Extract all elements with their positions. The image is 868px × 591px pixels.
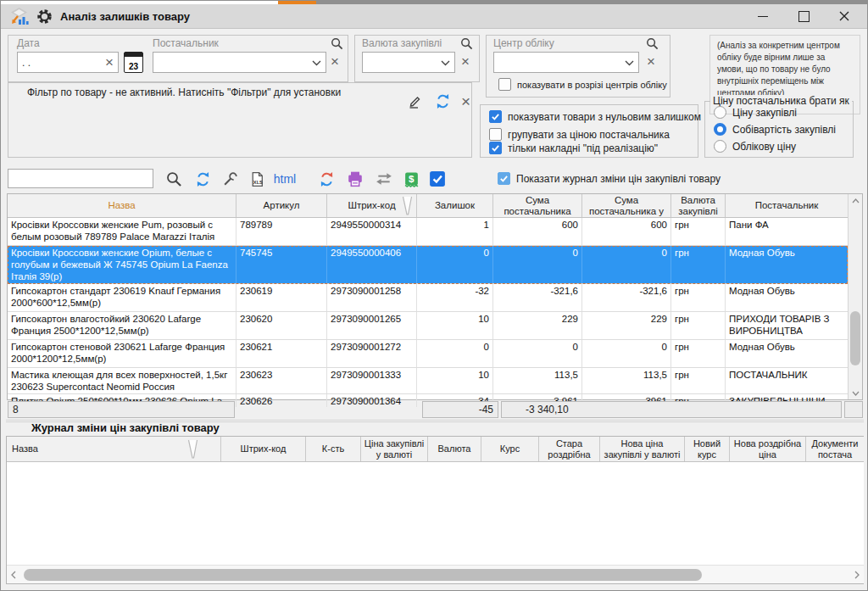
journal-column-purchase-price[interactable]: Ціна закупівлі у валюті: [361, 437, 428, 461]
center-groupbox: Центр обліку × показувати в розрізі цент…: [486, 35, 670, 98]
show-journal-checkbox[interactable]: Показати журнал зміни цін закупівлі това…: [498, 172, 721, 185]
select-check-icon[interactable]: [427, 169, 448, 189]
scrollbar-thumb[interactable]: [24, 569, 702, 581]
chevron-down-icon[interactable]: [312, 57, 321, 69]
currency-clear-icon[interactable]: ×: [461, 54, 470, 69]
radio-button-selected[interactable]: [714, 123, 726, 136]
supplier-clear-icon[interactable]: ×: [331, 54, 339, 69]
checkbox-consignment-only[interactable]: тільки накладні "під реалізацію": [489, 142, 658, 154]
journal-column-rate[interactable]: Курс: [481, 437, 539, 461]
cell-sku: 230619: [236, 284, 327, 311]
chevron-down-icon[interactable]: [625, 57, 634, 69]
journal-column-new-rate[interactable]: Новий курс: [685, 437, 730, 461]
cell-barcode: 2973090001272: [327, 340, 417, 367]
column-header-supplier-sum[interactable]: Сума постачальника: [493, 194, 582, 217]
table-row[interactable]: Мастика клеющая для всех поверхностей, 1…: [8, 368, 848, 394]
scroll-left-icon[interactable]: [7, 566, 20, 583]
export-xls-icon[interactable]: XLS: [247, 169, 267, 189]
sort-funnel-icon: [402, 196, 413, 216]
settings-wrench-icon[interactable]: [220, 169, 240, 189]
table-row-selected[interactable]: Кросівки Кроссовки женские Opium, белые …: [8, 246, 848, 284]
checkbox-box-checked[interactable]: [498, 172, 510, 185]
price-receipt-icon[interactable]: $: [401, 169, 421, 189]
checkbox-zero-stock[interactable]: показувати товари з нульовим залишком: [489, 110, 701, 123]
radio-accounting-price[interactable]: Облікову ціну: [714, 140, 796, 153]
scrollbar-thumb[interactable]: [850, 311, 860, 365]
date-value: . .: [22, 57, 31, 69]
chevron-down-icon[interactable]: [441, 57, 450, 69]
gear-icon[interactable]: [36, 8, 53, 25]
currency-combobox[interactable]: [362, 52, 455, 73]
column-header-barcode[interactable]: Штрих-код: [327, 194, 417, 217]
journal-table: Назва Штрих-код К-сть Ціна закупівлі у в…: [6, 436, 864, 584]
journal-column-name[interactable]: Назва: [7, 437, 221, 461]
checkbox-box[interactable]: [489, 128, 502, 141]
search-input[interactable]: [8, 169, 153, 188]
checkbox-box-checked[interactable]: [489, 110, 502, 123]
filter-funnel-icon: [187, 439, 198, 460]
export-html-icon[interactable]: html: [270, 169, 299, 189]
cell-name: Гипсокартон стеновой 230621 Lafarge Фран…: [8, 340, 236, 367]
center-clear-icon[interactable]: ×: [647, 54, 655, 69]
date-input[interactable]: . . ×: [17, 52, 119, 73]
cell-name: Мастика клеющая для всех поверхностей, 1…: [8, 368, 236, 393]
table-row[interactable]: Гипсокартон стеновой 230621 Lafarge Фран…: [8, 340, 848, 368]
stock-table-header: Назва Артикул Штрих-код Залишок Сума пос…: [8, 194, 848, 218]
scroll-up-icon[interactable]: [849, 194, 862, 207]
radio-cost-price[interactable]: Собівартість закупівлі: [714, 123, 836, 136]
print-icon[interactable]: [345, 169, 365, 189]
supplier-combobox[interactable]: [153, 52, 326, 73]
journal-column-new-purchase-price[interactable]: Нова ціна закупівлі у валюті: [600, 437, 685, 461]
journal-column-qty[interactable]: К-сть: [306, 437, 361, 461]
vertical-scrollbar[interactable]: [848, 194, 862, 399]
search-icon[interactable]: [164, 169, 184, 189]
checkbox-group-by-price[interactable]: групувати за ціною постачальника: [489, 128, 670, 141]
edit-filter-pencil-icon[interactable]: [407, 93, 423, 109]
refresh-icon[interactable]: [192, 169, 213, 189]
refresh-filter-icon[interactable]: [435, 93, 451, 109]
cell-sum-currency: 0: [582, 246, 671, 283]
table-row[interactable]: Гипсокартон стандарт 230619 Knauf Герман…: [8, 284, 848, 312]
minimize-button[interactable]: [757, 10, 769, 22]
center-breakdown-checkbox[interactable]: показувати в розрізі центрів обліку: [498, 78, 667, 91]
cell-sum: 113,5: [493, 368, 582, 393]
checkbox-box-checked[interactable]: [489, 142, 502, 154]
clear-filter-icon[interactable]: ×: [461, 93, 470, 109]
table-row[interactable]: Кросівки Кроссовки женские Pum, розовый …: [8, 218, 848, 246]
column-header-name[interactable]: Назва: [8, 194, 236, 217]
center-search-icon[interactable]: [646, 37, 659, 50]
maximize-button[interactable]: [798, 10, 810, 22]
journal-column-barcode[interactable]: Штрих-код: [221, 437, 306, 461]
table-row[interactable]: Гипсокартон влагостойкий 230620 Lafarge …: [8, 312, 848, 340]
radio-purchase-price[interactable]: Ціну закупівлі: [714, 106, 797, 119]
close-button[interactable]: [838, 10, 850, 22]
center-note-text: (Аналіз за конкретним центром обліку буд…: [717, 40, 853, 99]
column-header-sku[interactable]: Артикул: [236, 194, 327, 217]
checkbox-box[interactable]: [498, 78, 511, 91]
transfer-arrows-icon[interactable]: [374, 169, 394, 189]
column-header-supplier-sum-cur[interactable]: Сума постачальника у: [582, 194, 671, 217]
column-header-supplier[interactable]: Постачальник: [726, 194, 848, 217]
calendar-icon[interactable]: 23: [124, 52, 143, 73]
horizontal-scrollbar[interactable]: [7, 565, 864, 583]
cell-barcode: 2973090001364: [327, 394, 417, 407]
scroll-down-icon[interactable]: [849, 387, 862, 399]
cell-sum: 0: [493, 246, 582, 283]
scroll-right-icon[interactable]: [850, 566, 864, 583]
summary-stock-total: -45: [422, 401, 498, 418]
cell-stock: 1: [417, 218, 493, 245]
date-clear-icon[interactable]: ×: [105, 55, 114, 70]
column-header-currency[interactable]: Валюта закупівлі: [671, 194, 726, 217]
refresh-prices-icon[interactable]: [316, 169, 337, 189]
journal-column-new-retail[interactable]: Нова роздрібна ціна: [730, 437, 806, 461]
journal-column-currency[interactable]: Валюта: [428, 437, 481, 461]
radio-button[interactable]: [714, 140, 726, 153]
journal-column-supplier-documents[interactable]: Документи постача: [806, 437, 864, 461]
supplier-search-icon[interactable]: [331, 37, 343, 50]
radio-button[interactable]: [714, 106, 726, 119]
column-header-stock[interactable]: Залишок: [417, 194, 493, 217]
currency-search-icon[interactable]: [460, 37, 473, 50]
center-combobox[interactable]: [493, 52, 639, 73]
journal-column-old-retail[interactable]: Стара роздрібна: [539, 437, 600, 461]
radio-label: Ціну закупівлі: [732, 107, 797, 119]
